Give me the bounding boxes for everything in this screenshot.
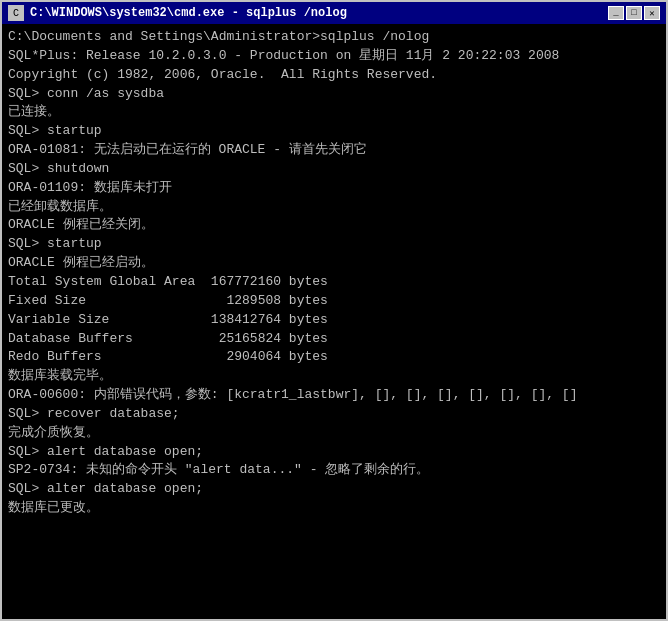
cmd-window: C C:\WINDOWS\system32\cmd.exe - sqlplus …	[0, 0, 668, 621]
terminal-line: 数据库装载完毕。	[8, 367, 660, 386]
terminal-line: SQL> startup	[8, 122, 660, 141]
maximize-button[interactable]: □	[626, 6, 642, 20]
terminal-line: Redo Buffers 2904064 bytes	[8, 348, 660, 367]
terminal-line: SQL*Plus: Release 10.2.0.3.0 - Productio…	[8, 47, 660, 66]
title-buttons: _ □ ✕	[608, 6, 660, 20]
terminal-line: ORACLE 例程已经关闭。	[8, 216, 660, 235]
terminal-line: ORA-01109: 数据库未打开	[8, 179, 660, 198]
terminal-line: C:\Documents and Settings\Administrator>…	[8, 28, 660, 47]
terminal-line: SQL> alter database open;	[8, 480, 660, 499]
window-title: C:\WINDOWS\system32\cmd.exe - sqlplus /n…	[30, 6, 347, 20]
terminal-line: SQL> startup	[8, 235, 660, 254]
terminal-line: Copyright (c) 1982, 2006, Oracle. All Ri…	[8, 66, 660, 85]
terminal-line: SP2-0734: 未知的命令开头 "alert data..." - 忽略了剩…	[8, 461, 660, 480]
terminal-line: ORA-01081: 无法启动已在运行的 ORACLE - 请首先关闭它	[8, 141, 660, 160]
window-icon: C	[8, 5, 24, 21]
terminal-line: ORA-00600: 内部错误代码，参数: [kcratr1_lastbwr],…	[8, 386, 660, 405]
terminal-line: ORACLE 例程已经启动。	[8, 254, 660, 273]
minimize-button[interactable]: _	[608, 6, 624, 20]
terminal-line: 完成介质恢复。	[8, 424, 660, 443]
terminal-output: C:\Documents and Settings\Administrator>…	[2, 24, 666, 619]
terminal-line: 数据库已更改。	[8, 499, 660, 518]
terminal-line: SQL> conn /as sysdba	[8, 85, 660, 104]
title-bar-left: C C:\WINDOWS\system32\cmd.exe - sqlplus …	[8, 5, 347, 21]
terminal-line: 已经卸载数据库。	[8, 198, 660, 217]
terminal-line: SQL> shutdown	[8, 160, 660, 179]
terminal-line: 已连接。	[8, 103, 660, 122]
terminal-line: SQL> recover database;	[8, 405, 660, 424]
terminal-line: Fixed Size 1289508 bytes	[8, 292, 660, 311]
terminal-line: SQL> alert database open;	[8, 443, 660, 462]
terminal-line: Total System Global Area 167772160 bytes	[8, 273, 660, 292]
title-bar: C C:\WINDOWS\system32\cmd.exe - sqlplus …	[2, 2, 666, 24]
terminal-line: Database Buffers 25165824 bytes	[8, 330, 660, 349]
close-button[interactable]: ✕	[644, 6, 660, 20]
terminal-line: Variable Size 138412764 bytes	[8, 311, 660, 330]
